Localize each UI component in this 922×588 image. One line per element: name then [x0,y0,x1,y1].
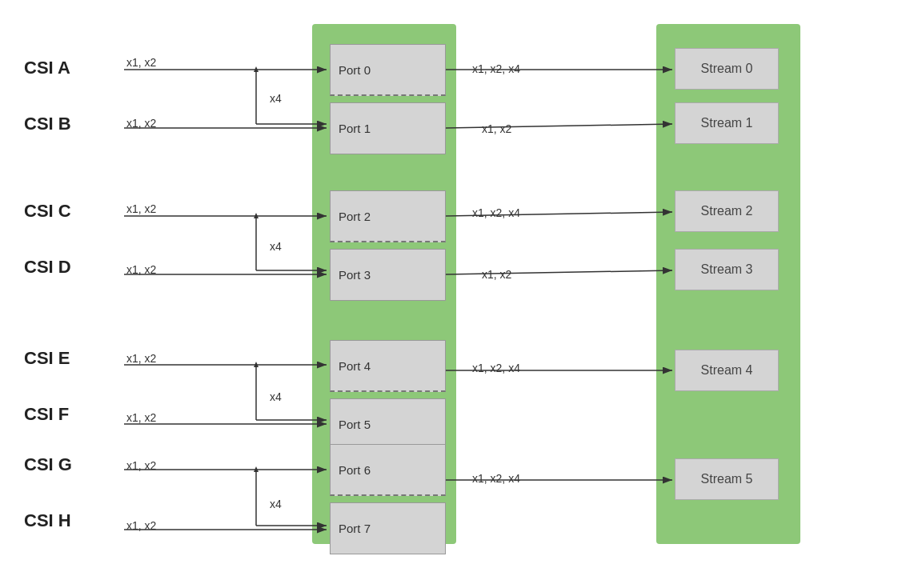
port-5-box: Port 5 [330,398,446,450]
csi-d-label: CSI D [24,257,71,278]
svg-marker-10 [254,213,259,218]
label-port3-stream3: x1, x2 [482,268,511,281]
label-csi-f-x12: x1, x2 [126,411,156,424]
csi-e-label: CSI E [24,348,70,369]
label-gh-x4: x4 [270,498,282,510]
label-port1-stream1: x1, x2 [482,122,511,135]
port-3-box: Port 3 [330,249,446,301]
label-csi-b-x12: x1, x2 [126,117,156,130]
label-csi-d-x12: x1, x2 [126,263,156,276]
stream-0-box: Stream 0 [675,48,779,90]
svg-line-24 [446,270,672,274]
label-port0-stream0: x1, x2, x4 [472,62,520,75]
label-csi-c-x12: x1, x2 [126,202,156,215]
csi-c-label: CSI C [24,201,71,222]
label-csi-h-x12: x1, x2 [126,519,156,532]
label-ef-x4: x4 [270,390,282,403]
csi-g-label: CSI G [24,454,72,475]
csi-b-label: CSI B [24,114,71,134]
label-ab-x4: x4 [270,92,282,105]
label-port67-stream5: x1, x2, x4 [472,472,520,485]
label-csi-e-x12: x1, x2 [126,352,156,365]
stream-3-box: Stream 3 [675,249,779,290]
svg-marker-20 [254,466,259,472]
svg-line-22 [446,124,672,128]
label-csi-a-x12: x1, x2 [126,56,156,69]
port-4-box: Port 4 [330,340,446,392]
stream-2-box: Stream 2 [675,190,779,232]
svg-marker-5 [254,66,259,72]
svg-marker-15 [254,362,259,367]
port-0-box: Port 0 [330,44,446,96]
csi-h-label: CSI H [24,510,71,531]
stream-5-box: Stream 5 [675,458,779,500]
port-6-box: Port 6 [330,444,446,496]
label-port2-stream2: x1, x2, x4 [472,206,520,219]
diagram: CSI A CSI B CSI C CSI D CSI E CSI F CSI … [0,0,922,588]
csi-a-label: CSI A [24,58,70,78]
port-1-box: Port 1 [330,102,446,154]
label-cd-x4: x4 [270,240,282,253]
port-7-box: Port 7 [330,502,446,554]
stream-4-box: Stream 4 [675,350,779,391]
port-2-box: Port 2 [330,190,446,242]
label-port45-stream4: x1, x2, x4 [472,362,520,374]
stream-1-box: Stream 1 [675,102,779,144]
csi-f-label: CSI F [24,404,69,425]
label-csi-g-x12: x1, x2 [126,459,156,472]
